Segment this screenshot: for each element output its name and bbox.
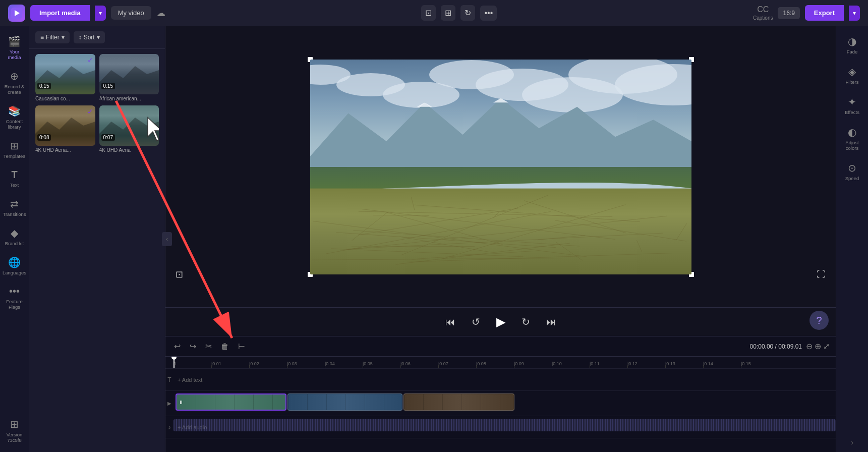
project-name[interactable]: My video (111, 6, 151, 20)
thumb-label-1: Caucasian co... (35, 96, 95, 101)
templates-icon: ⊞ (10, 140, 19, 152)
right-tool-adjust-colors[interactable]: ◐ Adjust colors (838, 122, 866, 155)
sort-label: Sort (84, 34, 95, 41)
sidebar-item-templates[interactable]: ⊞ Templates (2, 136, 28, 163)
right-tool-effects[interactable]: ✦ Effects (838, 92, 866, 119)
sort-button[interactable]: ↕ Sort ▾ (74, 31, 105, 43)
filmstrip-lines-1 (177, 394, 285, 410)
right-sidebar-collapse[interactable]: › (851, 438, 853, 446)
filter-chevron: ▾ (62, 34, 65, 41)
video-clip-1[interactable]: ⏸ (176, 393, 286, 411)
split-button[interactable]: ⊢ (236, 340, 248, 353)
adjust-colors-label: Adjust colors (840, 140, 864, 151)
adjust-tool-button[interactable]: ⊞ (441, 5, 455, 21)
sidebar-label-transitions: Transitions (3, 211, 26, 217)
audio-track-label: ♪ (165, 424, 173, 431)
filter-label: Filter (46, 34, 60, 41)
rotate-tool-button[interactable]: ↻ (460, 5, 475, 21)
zoom-in-button[interactable]: ⊕ (815, 342, 821, 351)
sidebar-item-feature-flags[interactable]: ••• Feature Flags (2, 281, 28, 314)
captions-button[interactable]: CC Captions (753, 5, 773, 21)
center-area: ⊡ ⛶ ⏮ ↺ ▶ ↻ ⏭ ↩ ↪ ✂ 🗑 ⊢ 00:00.00 / 00:09… (165, 26, 836, 452)
effects-icon: ✦ (848, 96, 856, 108)
fit-zoom-button[interactable]: ⤢ (823, 342, 830, 351)
filmstrip-lines-2 (288, 394, 402, 410)
play-button[interactable]: ▶ (492, 313, 509, 331)
redo-button[interactable]: ↪ (187, 340, 199, 353)
help-button[interactable]: ? (809, 311, 829, 330)
version-icon: ⊞ (10, 418, 19, 430)
timeline-ruler: 0 |0:01 |0:02 |0:03 |0:04 |0:05 |0:06 |0… (165, 357, 836, 369)
media-toolbar: ≡ Filter ▾ ↕ Sort ▾ (29, 26, 165, 49)
undo-button[interactable]: ↩ (171, 340, 183, 353)
left-sidebar: 🎬 Your media ⊕ Record & create 📚 Content… (0, 26, 29, 452)
video-frame-inner (310, 60, 691, 274)
timeline-toolbar: ↩ ↪ ✂ 🗑 ⊢ 00:00.00 / 00:09.01 ⊖ ⊕ ⤢ (165, 336, 836, 357)
right-tool-filters[interactable]: ◈ Filters (838, 62, 866, 89)
fade-icon: ◑ (848, 35, 856, 47)
skip-back-button[interactable]: ⏮ (441, 314, 459, 330)
text-track-row: T + Add text (165, 369, 836, 391)
media-panel: ≡ Filter ▾ ↕ Sort ▾ 0:15 ✓ Caucasian co.… (29, 26, 165, 452)
sidebar-item-your-media[interactable]: 🎬 Your media (2, 31, 28, 64)
sidebar-item-languages[interactable]: 🌐 Languages (2, 252, 28, 279)
crop-icon-button[interactable]: ⊡ (176, 269, 183, 280)
sidebar-item-brand-kit[interactable]: ◆ Brand kit (2, 223, 28, 250)
cloud-sync-icon: ☁ (156, 8, 165, 19)
filters-icon: ◈ (848, 66, 856, 78)
aspect-ratio-badge[interactable]: 16:9 (778, 7, 799, 19)
right-tool-speed[interactable]: ⊙ Speed (838, 158, 866, 185)
thumb-label-4: 4K UHD Aeria (99, 147, 159, 153)
video-canvas (310, 60, 691, 274)
topbar: Import media ▾ My video ☁ ⊡ ⊞ ↻ ••• CC C… (0, 0, 868, 26)
export-dropdown[interactable]: ▾ (849, 6, 860, 21)
sidebar-item-version[interactable]: ⊞ Version 73c5f8 (2, 414, 28, 447)
audio-waveform (173, 419, 836, 431)
filters-label: Filters (846, 79, 859, 85)
import-media-dropdown[interactable]: ▾ (95, 6, 106, 21)
thumb-duration-3: 0:08 (37, 134, 51, 141)
thumb-duration-2: 0:15 (101, 83, 115, 89)
feature-flags-icon: ••• (9, 286, 20, 297)
captions-label: Captions (753, 15, 773, 21)
export-button[interactable]: Export (805, 5, 844, 21)
video-track-label: ▶ (165, 401, 173, 406)
sidebar-label-text: Text (10, 182, 19, 188)
scissors-button[interactable]: ✂ (203, 340, 214, 353)
media-thumb-clip2[interactable]: 0:15 African american... (99, 54, 159, 101)
sidebar-item-content-library[interactable]: 📚 Content library (2, 101, 28, 134)
topbar-center-tools: ⊡ ⊞ ↻ ••• (421, 5, 497, 21)
add-text-button[interactable]: + Add text (173, 377, 206, 383)
fullscreen-button[interactable]: ⛶ (817, 269, 826, 280)
crop-tool-button[interactable]: ⊡ (421, 5, 436, 21)
zoom-out-button[interactable]: ⊖ (806, 342, 813, 351)
speed-icon: ⊙ (848, 162, 856, 174)
delete-button[interactable]: 🗑 (218, 341, 232, 353)
rewind-button[interactable]: ↺ (468, 314, 484, 330)
playback-controls: ⏮ ↺ ▶ ↻ ⏭ (165, 307, 836, 336)
fast-forward-button[interactable]: ↻ (517, 314, 534, 330)
media-thumb-clip3[interactable]: 0:08 ✓ 4K UHD Aeria... (35, 105, 95, 153)
skip-forward-button[interactable]: ⏭ (542, 314, 560, 330)
effects-label: Effects (845, 109, 859, 115)
captions-icon: CC (757, 5, 769, 14)
filter-icon: ≡ (40, 34, 44, 41)
sidebar-item-text[interactable]: T Text (2, 165, 28, 192)
video-clip-3[interactable] (403, 393, 514, 411)
sidebar-item-record-create[interactable]: ⊕ Record & create (2, 66, 28, 99)
sidebar-item-transitions[interactable]: ⇄ Transitions (2, 194, 28, 221)
filter-button[interactable]: ≡ Filter ▾ (35, 31, 70, 43)
sidebar-label-content-library: Content library (4, 119, 26, 130)
fade-label: Fade (847, 49, 858, 54)
text-icon: T (11, 169, 17, 181)
video-clip-2[interactable] (287, 393, 402, 411)
media-thumb-clip1[interactable]: 0:15 ✓ Caucasian co... (35, 54, 95, 101)
panel-collapse-button[interactable]: ‹ (162, 232, 172, 246)
import-media-button[interactable]: Import media (30, 5, 90, 21)
text-track-label: T (165, 376, 173, 383)
video-frame (310, 60, 691, 274)
right-tool-fade[interactable]: ◑ Fade (838, 31, 866, 59)
topbar-left: Import media ▾ My video ☁ (8, 5, 165, 22)
media-thumb-clip4[interactable]: 0:07 4K UHD Aeria (99, 105, 159, 153)
more-tools-button[interactable]: ••• (480, 6, 497, 21)
